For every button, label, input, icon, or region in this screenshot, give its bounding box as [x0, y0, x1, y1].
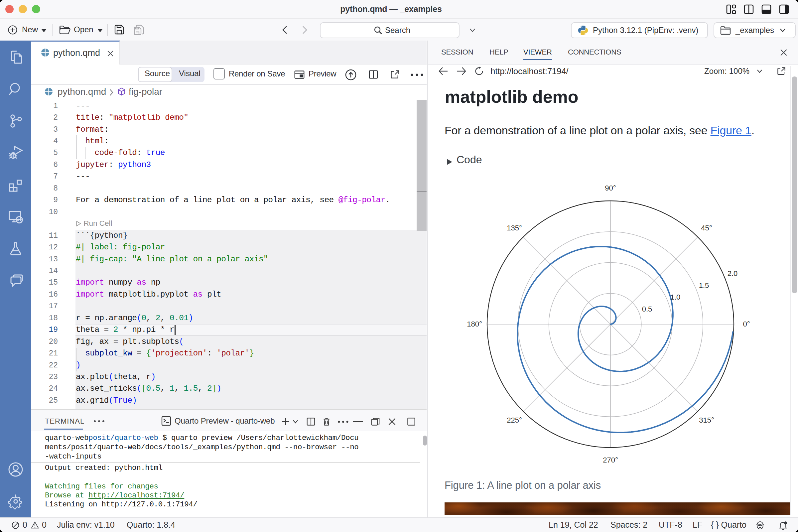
svg-text:270°: 270°	[603, 456, 618, 464]
svg-text:0.5: 0.5	[642, 305, 652, 313]
svg-text:2.0: 2.0	[727, 269, 738, 278]
svg-text:225°: 225°	[507, 416, 522, 424]
svg-text:90°: 90°	[605, 184, 616, 192]
svg-text:135°: 135°	[507, 224, 522, 232]
svg-text:0°: 0°	[743, 320, 750, 328]
svg-text:45°: 45°	[701, 224, 712, 232]
svg-text:1.0: 1.0	[670, 293, 681, 301]
svg-text:180°: 180°	[467, 320, 482, 328]
svg-text:315°: 315°	[699, 416, 714, 424]
svg-text:1.5: 1.5	[699, 281, 709, 290]
